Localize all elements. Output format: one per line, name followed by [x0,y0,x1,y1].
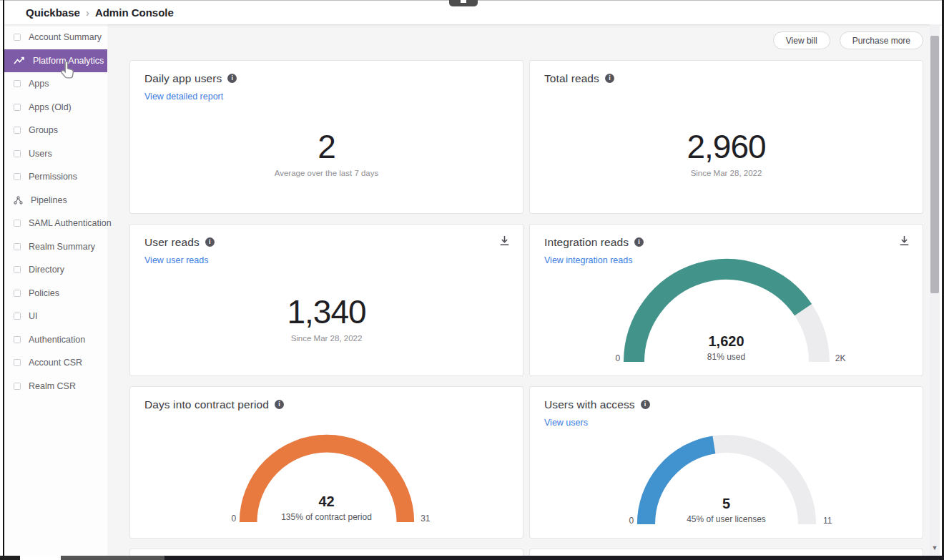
metric-value: 2,960 [530,127,923,166]
sidebar-item-realm-summary[interactable]: Realm Summary [4,235,107,259]
view-detailed-report-link[interactable]: View detailed report [144,92,223,102]
sidebar-item-groups[interactable]: Groups [4,119,107,142]
gauge-area: 42 135% of contract period 0 31 [130,434,523,524]
square-icon [14,359,21,366]
metric-value: 1,340 [130,293,523,331]
metric-subtitle: Since Mar 28, 2022 [130,334,523,343]
breadcrumb: Quickbase › Admin Console [26,6,174,19]
square-icon [14,173,21,180]
card-users-with-access: Users with accessi View users 5 45% of u… [529,386,923,539]
gauge-readout: 5 45% of user licenses [636,496,817,524]
scrollbar-thumb[interactable] [930,36,939,293]
sidebar-item-account-csr[interactable]: Account CSR [4,351,107,375]
purchase-more-button[interactable]: Purchase more [840,31,923,49]
gauge-value: 5 [636,496,817,512]
gauge-max-label: 31 [421,514,430,524]
sidebar-item-permissions[interactable]: Permissions [4,165,107,189]
info-icon[interactable]: i [205,237,215,247]
sidebar-item-label: Account CSR [29,358,82,368]
pipelines-icon [14,196,23,205]
card-title: Users with access [544,398,635,411]
square-icon [14,80,21,87]
sidebar-item-platform-analytics[interactable]: Platform Analytics [4,49,107,73]
peek-tab-notch [461,0,466,3]
dashboard-grid: Daily app usersi View detailed report 2 … [129,60,923,560]
sidebar-item-realm-csr[interactable]: Realm CSR [4,375,107,398]
metric-block: 2,960 Since Mar 28, 2022 [530,127,923,177]
square-icon [14,266,21,273]
gauge-area: 1,620 81% used 0 2K [530,258,923,363]
sidebar-item-label: Groups [29,125,58,135]
sidebar-item-apps[interactable]: Apps [4,72,107,96]
billing-toolbar: View bill Purchase more [129,31,923,49]
metric-subtitle: Average over the last 7 days [130,169,523,177]
sidebar-item-label: Permissions [29,172,77,182]
video-scrubber-bar [0,556,944,560]
main-content: View bill Purchase more Daily app usersi… [107,24,932,560]
info-icon[interactable]: i [275,400,284,409]
card-title: Days into contract period [144,398,269,411]
sidebar-item-label: Pipelines [31,195,67,205]
card-title: Total reads [544,72,599,84]
gauge-label: 45% of user licenses [636,514,817,524]
sidebar-item-label: Account Summary [29,32,102,42]
square-icon [14,383,21,390]
sidebar-item-policies[interactable]: Policies [4,282,107,305]
square-icon [14,313,21,320]
sidebar-item-label: Directory [29,265,64,275]
sidebar-item-users[interactable]: Users [4,142,107,166]
metric-subtitle: Since Mar 28, 2022 [530,169,923,177]
sidebar: Account SummaryPlatform AnalyticsAppsApp… [4,24,107,556]
browser-peek-tab [449,0,478,6]
download-icon[interactable] [899,235,910,249]
gauge-label: 81% used [623,352,830,362]
card-user-reads: User readsi View user reads 1,340 Since … [129,224,523,376]
info-icon[interactable]: i [227,74,237,83]
chevron-right-icon: › [86,6,89,19]
info-icon[interactable]: i [605,74,614,83]
view-bill-button[interactable]: View bill [773,31,830,49]
info-icon[interactable]: i [634,237,644,247]
gauge-readout: 1,620 81% used [623,333,830,362]
scrollbar-down-arrow-icon[interactable]: ▼ [930,544,940,551]
sidebar-item-saml-authentication[interactable]: SAML Authentication [4,212,107,235]
scrollbar[interactable]: ▼ [930,24,940,556]
square-icon [14,220,21,227]
quickbase-logo[interactable]: Quickbase [26,6,80,19]
view-users-link[interactable]: View users [544,418,588,428]
sidebar-item-directory[interactable]: Directory [4,258,107,282]
card-title: Integration reads [544,236,629,248]
gauge-max-label: 11 [823,516,832,526]
gauge-value: 42 [239,493,415,510]
card-total-reads: Total readsi 2,960 Since Mar 28, 2022 [529,60,923,214]
download-icon[interactable] [499,235,510,249]
sidebar-item-label: Realm CSR [29,381,76,391]
card-title: User reads [144,236,200,248]
square-icon [14,243,21,250]
square-icon [14,336,21,343]
card-daily-app-users: Daily app usersi View detailed report 2 … [129,60,523,214]
sidebar-item-account-summary[interactable]: Account Summary [4,26,107,49]
square-icon [14,127,21,134]
gauge-value: 1,620 [623,333,830,350]
gauge-label: 135% of contract period [239,512,415,522]
view-user-reads-link[interactable]: View user reads [144,255,208,265]
sidebar-item-apps-old-[interactable]: Apps (Old) [4,96,107,119]
info-icon[interactable]: i [641,400,650,409]
sidebar-item-ui[interactable]: UI [4,305,107,328]
integration-reads-gauge: 1,620 81% used 0 2K [623,258,830,363]
square-icon [14,150,21,157]
sidebar-item-label: Apps [29,79,49,89]
sidebar-item-pipelines[interactable]: Pipelines [4,189,107,212]
sidebar-item-label: Authentication [29,335,85,345]
contract-period-gauge: 42 135% of contract period 0 31 [239,434,415,524]
sidebar-item-label: UI [29,311,38,321]
sidebar-item-label: SAML Authentication [29,218,112,228]
gauge-min-label: 0 [629,516,634,526]
card-integration-reads: Integration readsi View integration read… [529,224,923,376]
sidebar-item-authentication[interactable]: Authentication [4,328,107,352]
page-title: Admin Console [95,6,174,19]
scrubber-segment [61,556,164,560]
square-icon [14,290,21,297]
sidebar-item-label: Apps (Old) [29,102,72,112]
